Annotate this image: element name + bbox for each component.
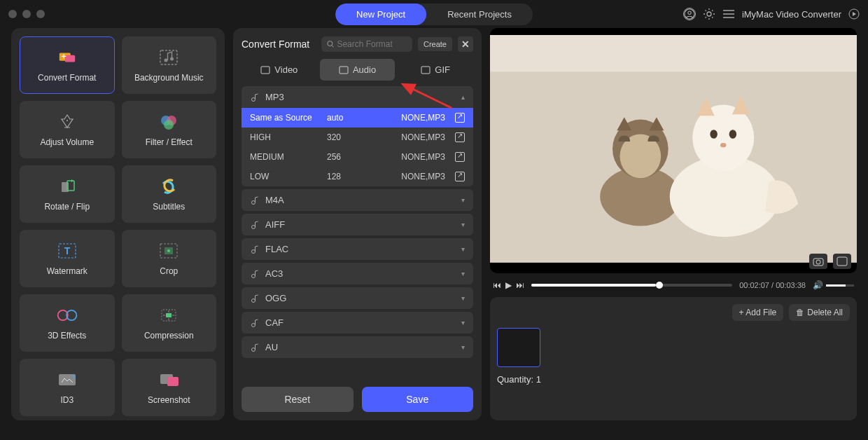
export-icon[interactable] (455, 172, 465, 181)
account-icon[interactable] (683, 8, 696, 20)
format-icon (250, 92, 260, 102)
svg-rect-40 (490, 35, 857, 71)
svg-rect-23 (166, 313, 172, 317)
format-preset-row[interactable]: MEDIUM256NONE,MP3 (241, 147, 473, 167)
gear-icon[interactable] (703, 8, 715, 20)
tool-label: Crop (160, 266, 178, 276)
close-panel-button[interactable]: ✕ (458, 36, 473, 52)
tool-compression[interactable]: Compression (122, 294, 217, 352)
play-icon[interactable] (848, 8, 860, 20)
tool-label: Compression (144, 331, 194, 341)
svg-point-32 (252, 200, 255, 204)
transport-controls: ⏮ ▶ ⏭ 00:02:07 / 00:03:38 🔊 (490, 280, 857, 290)
format-group-header[interactable]: AIFF▾ (241, 214, 473, 235)
chevron-down-icon: ▾ (461, 343, 465, 351)
maximize-window-icon[interactable] (36, 10, 45, 18)
svg-rect-28 (261, 67, 270, 74)
search-format[interactable] (321, 36, 412, 52)
next-button[interactable]: ⏭ (516, 280, 524, 290)
export-icon[interactable] (455, 152, 465, 162)
format-group-header[interactable]: AC3▾ (241, 263, 473, 284)
tool-id3[interactable]: ID3 (20, 359, 115, 416)
tool-label: Subtitles (153, 202, 185, 212)
svg-point-1 (688, 11, 691, 14)
svg-point-47 (729, 130, 736, 139)
convert-format-icon (56, 48, 78, 67)
format-group-header[interactable]: FLAC▾ (241, 238, 473, 260)
screenshot-icon (158, 370, 180, 390)
svg-point-38 (252, 348, 255, 351)
menu-icon[interactable] (722, 9, 735, 19)
save-button[interactable]: Save (362, 387, 474, 412)
svg-point-35 (252, 274, 255, 277)
svg-point-48 (720, 143, 726, 147)
format-group-header[interactable]: CAF▾ (241, 312, 473, 334)
filter-effect-icon (158, 112, 180, 132)
format-group-flac: FLAC▾ (241, 238, 473, 260)
volume-slider[interactable] (826, 284, 854, 287)
tool-filter-effect[interactable]: Filter / Effect (122, 101, 217, 158)
fullscreen-icon (836, 256, 848, 266)
tool-watermark[interactable]: TWatermark (20, 230, 115, 287)
tab-gif[interactable]: GIF (398, 59, 473, 81)
play-button[interactable]: ▶ (505, 280, 512, 290)
tab-recent-projects[interactable]: Recent Projects (426, 4, 533, 25)
svg-point-36 (252, 298, 255, 302)
tab-audio[interactable]: Audio (320, 59, 396, 81)
format-group-header[interactable]: OGG▾ (241, 287, 473, 309)
tool-subtitles[interactable]: Subtitles (122, 165, 217, 223)
tool-adjust-volume[interactable]: Adjust Volume (20, 101, 115, 158)
svg-point-46 (710, 130, 717, 139)
format-preset-row[interactable]: HIGH320NONE,MP3 (241, 128, 473, 147)
chevron-down-icon: ▾ (461, 221, 465, 228)
tab-video[interactable]: Video (241, 59, 317, 81)
create-button[interactable]: Create (418, 37, 452, 51)
tool-rotate-flip[interactable]: Rotate / Flip (20, 165, 115, 223)
prev-button[interactable]: ⏮ (493, 280, 501, 290)
volume-icon[interactable]: 🔊 (813, 280, 823, 290)
tool-background-music[interactable]: Background Music (122, 36, 217, 94)
reset-button[interactable]: Reset (241, 387, 354, 412)
seek-slider[interactable] (531, 284, 732, 287)
svg-point-50 (816, 260, 820, 264)
titlebar: New Project Recent Projects iMyMac Video… (0, 0, 868, 28)
format-preset-row[interactable]: Same as SourceautoNONE,MP3 (241, 108, 473, 128)
format-group-aiff: AIFF▾ (241, 214, 473, 235)
tool-convert-format[interactable]: Convert Format (20, 36, 115, 94)
tool-label: 3D Effects (48, 331, 86, 341)
tool-label: Watermark (47, 266, 88, 276)
chevron-down-icon: ▾ (461, 245, 465, 253)
export-icon[interactable] (455, 132, 465, 142)
tool-3d-effects[interactable]: 3D Effects (20, 294, 115, 352)
tool-crop[interactable]: Crop (122, 230, 217, 287)
svg-point-37 (252, 323, 255, 326)
format-group-au: AU▾ (241, 336, 473, 358)
3d-effects-icon (56, 305, 78, 325)
watermark-icon: T (56, 241, 78, 261)
delete-all-button[interactable]: 🗑Delete All (789, 304, 850, 321)
format-group-header[interactable]: AU▾ (241, 336, 473, 358)
preview-image (490, 35, 857, 263)
fullscreen-button[interactable] (833, 254, 851, 269)
svg-rect-29 (340, 67, 348, 74)
tool-screenshot[interactable]: Screenshot (122, 359, 217, 416)
chevron-down-icon: ▾ (461, 270, 465, 277)
svg-point-27 (328, 41, 332, 46)
gif-icon (421, 65, 430, 75)
search-input[interactable] (337, 39, 407, 49)
svg-point-34 (252, 249, 255, 253)
close-window-icon[interactable] (8, 10, 17, 18)
format-group-header[interactable]: MP3▴ (241, 86, 473, 108)
window-controls (8, 10, 45, 18)
format-preset-row[interactable]: LOW128NONE,MP3 (241, 167, 473, 186)
file-thumbnail[interactable] (497, 328, 540, 367)
format-group-header[interactable]: M4A▾ (241, 189, 473, 211)
add-file-button[interactable]: + Add File (732, 304, 784, 321)
minimize-window-icon[interactable] (22, 10, 31, 18)
snapshot-button[interactable] (809, 254, 827, 269)
header-right: iMyMac Video Converter (683, 8, 860, 20)
export-icon[interactable] (455, 113, 465, 123)
format-panel-title: Convert Format (241, 39, 309, 50)
svg-point-8 (170, 57, 174, 61)
tab-new-project[interactable]: New Project (335, 4, 426, 25)
